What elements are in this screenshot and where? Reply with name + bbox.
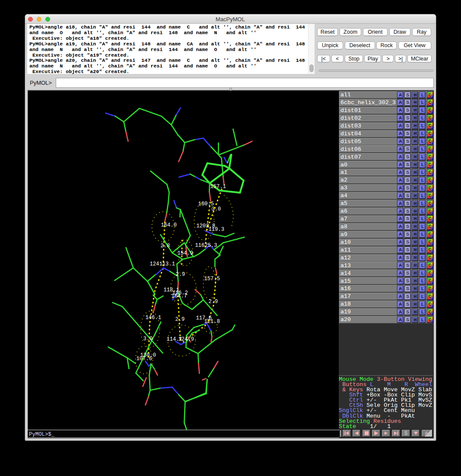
svg-text:146.1: 146.1	[145, 315, 161, 321]
svg-text:11625.3: 11625.3	[195, 243, 217, 249]
svg-text:121.8: 121.8	[204, 319, 220, 325]
svg-text:164.0: 164.0	[161, 222, 177, 228]
svg-text:2.9: 2.9	[175, 272, 185, 278]
svg-text:3.0: 3.0	[143, 336, 153, 342]
svg-text:157.5: 157.5	[204, 276, 220, 282]
svg-text:164.7: 164.7	[171, 293, 187, 299]
svg-text:124.9: 124.9	[178, 336, 194, 342]
svg-text:124113.1: 124113.1	[149, 261, 175, 267]
svg-text:2.8: 2.8	[160, 243, 170, 249]
svg-text:3.0: 3.0	[211, 206, 221, 212]
svg-text:2.9: 2.9	[175, 316, 184, 323]
svg-text:157.1: 157.1	[210, 184, 226, 190]
svg-text:107.6: 107.6	[136, 356, 152, 362]
svg-text:154.9: 154.9	[177, 250, 193, 256]
svg-text:2.9: 2.9	[208, 299, 218, 305]
svg-text:119.3: 119.3	[208, 227, 224, 233]
svg-text:S: S	[404, 431, 407, 437]
